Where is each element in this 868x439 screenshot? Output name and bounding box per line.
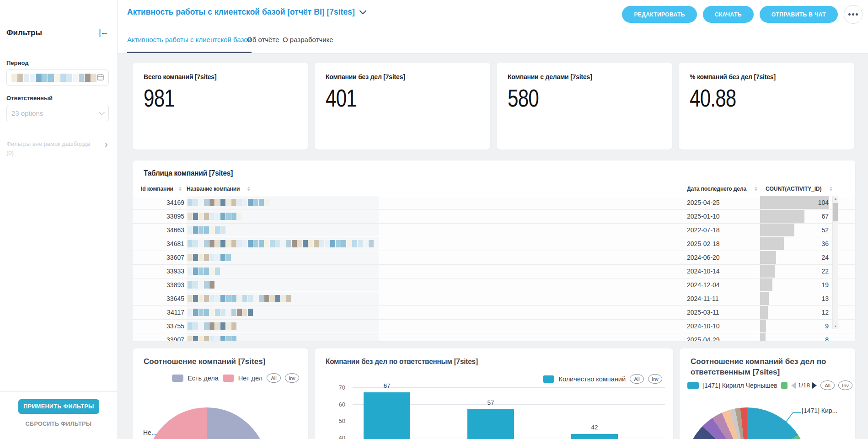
legend-swatch-no-activities[interactable] xyxy=(223,375,234,382)
count-bar xyxy=(760,292,769,305)
legend-swatch-next-owner[interactable] xyxy=(781,382,788,389)
invert-selection-button[interactable]: Inv xyxy=(285,373,299,383)
edit-button[interactable]: РЕДАКТИРОВАТЬ xyxy=(622,6,697,23)
filters-sidebar: Фильтры |← Период Ответственный 23 optio… xyxy=(0,0,118,439)
y-axis-tick-label: 60 xyxy=(327,401,345,407)
send-to-chat-button[interactable]: ОТПРАВИТЬ В ЧАТ xyxy=(760,6,838,23)
select-all-button[interactable]: All xyxy=(820,380,835,390)
column-header-last-activity-date[interactable]: Дата последнего дела xyxy=(687,185,757,192)
table-row[interactable]: 339072025-04-298 xyxy=(133,333,855,341)
collapse-sidebar-icon[interactable]: |← xyxy=(99,27,108,37)
sidebar-footer: ПРИМЕНИТЬ ФИЛЬТРЫ СБРОСИТЬ ФИЛЬТРЫ xyxy=(0,391,117,439)
donut1-callout-label: Не... xyxy=(143,429,157,436)
select-all-button[interactable]: All xyxy=(267,373,281,383)
dashboard-title-dropdown[interactable]: Активность работы с клиентской базой [от… xyxy=(127,7,365,17)
legend-swatch-owner[interactable] xyxy=(687,382,699,389)
bar[interactable] xyxy=(571,434,618,439)
table-row[interactable]: 339332024-10-1422 xyxy=(133,265,855,278)
companies-ratio-widget: Соотношение компаний [7sites] Есть дела … xyxy=(133,348,308,439)
table-row[interactable]: 338952025-01-1067 xyxy=(133,210,855,224)
redacted-company-name-cell xyxy=(187,306,379,319)
tab-activity-report[interactable]: Активность работы с клиентской базой xyxy=(127,26,252,53)
kpi-value: 580 xyxy=(508,84,539,112)
legend-label-no-activities: Нет дел xyxy=(238,375,263,382)
table-row[interactable]: 337552024-10-109 xyxy=(133,320,855,333)
donut3-title: Соотношение компаний без дел по ответств… xyxy=(691,357,841,378)
company-id-cell: 34681 xyxy=(133,237,184,250)
owner-ratio-donut[interactable] xyxy=(685,407,809,439)
outer-filters-toggle[interactable]: Фильтры вне рамок дашборда (0) › xyxy=(6,139,111,157)
activity-count-cell: 104 xyxy=(818,196,829,209)
legend-swatch-has-activities[interactable] xyxy=(172,375,183,382)
companies-table-widget: Таблица компаний [7sites] Id компании На… xyxy=(133,161,855,341)
y-axis-tick-label: 50 xyxy=(327,418,345,424)
kpi-card: % компаний без дел [7sites]40.88 xyxy=(679,63,854,150)
bar[interactable] xyxy=(364,392,410,439)
table-scrollbar[interactable]: ▲ ▼ xyxy=(832,196,838,329)
column-header-activity-count[interactable]: COUNT(ACTIVITY_ID) xyxy=(766,185,832,192)
activity-count-cell: 24 xyxy=(821,251,829,264)
column-header-name[interactable]: Название компании xyxy=(187,185,250,192)
scroll-down-icon[interactable]: ▼ xyxy=(833,325,838,328)
owner-select-placeholder: 23 options xyxy=(11,109,43,117)
table-row[interactable]: 338932024-12-0419 xyxy=(133,278,855,292)
filters-title: Фильтры xyxy=(6,28,42,37)
report-tabs: Активность работы с клиентской базой Об … xyxy=(118,26,868,54)
activity-count-cell: 13 xyxy=(821,292,829,305)
count-bar xyxy=(760,306,768,319)
table-row[interactable]: 346812025-02-1836 xyxy=(133,237,855,251)
outer-filters-label: Фильтры вне рамок дашборда xyxy=(6,139,111,149)
table-row[interactable]: 341692025-04-25104 xyxy=(133,196,855,210)
company-id-cell: 33645 xyxy=(133,292,184,305)
table-header-row: Id компании Название компании Дата после… xyxy=(133,184,855,196)
last-activity-date-cell: 2025-04-25 xyxy=(687,196,720,209)
chevron-right-icon: › xyxy=(105,139,108,149)
legend-pager: 1/18 xyxy=(791,382,817,389)
table-row[interactable]: 341172025-03-1112 xyxy=(133,306,855,320)
scroll-up-icon[interactable]: ▲ xyxy=(833,197,838,200)
activity-count-cell: 67 xyxy=(821,210,829,223)
redacted-company-name-cell xyxy=(187,265,379,278)
more-options-button[interactable] xyxy=(844,5,863,24)
count-bar xyxy=(760,237,784,250)
tab-about-report[interactable]: Об отчёте xyxy=(247,26,279,53)
table-row[interactable]: 336452024-11-1113 xyxy=(133,292,855,306)
pager-next-icon[interactable] xyxy=(812,382,817,389)
last-activity-date-cell: 2025-02-18 xyxy=(687,237,720,250)
company-id-cell: 34169 xyxy=(133,196,184,209)
last-activity-date-cell: 2024-06-20 xyxy=(687,251,720,264)
company-id-cell: 34117 xyxy=(133,306,184,319)
invert-selection-button[interactable]: Inv xyxy=(838,380,852,390)
bar[interactable] xyxy=(467,409,514,439)
count-bar xyxy=(760,251,776,264)
count-bar xyxy=(760,265,775,278)
download-button[interactable]: СКАЧАТЬ xyxy=(703,6,754,23)
companies-ratio-donut[interactable] xyxy=(146,407,268,439)
table-row[interactable]: 336072024-06-2024 xyxy=(133,251,855,265)
donut3-callout-label: [1471] Кир... xyxy=(802,407,837,414)
activity-count-cell: 36 xyxy=(821,237,829,250)
last-activity-date-cell: 2024-10-10 xyxy=(687,320,720,332)
kpi-title: Всего компаний [7sites] xyxy=(144,73,216,81)
apply-filters-button[interactable]: ПРИМЕНИТЬ ФИЛЬТРЫ xyxy=(18,399,99,414)
last-activity-date-cell: 2025-04-29 xyxy=(687,333,720,341)
table-row[interactable]: 346632022-07-1852 xyxy=(133,224,855,237)
kpi-card: Компании без дел [7sites]401 xyxy=(315,63,490,150)
pager-prev-icon[interactable] xyxy=(791,382,796,389)
legend-label-owner: [1471] Кирилл Чернышев xyxy=(702,382,777,389)
period-date-input[interactable] xyxy=(6,70,109,86)
count-bar xyxy=(760,278,772,291)
bar-value-label: 57 xyxy=(487,399,494,406)
owner-select[interactable]: 23 options xyxy=(6,105,109,121)
kpi-title: % компаний без дел [7sites] xyxy=(690,73,776,81)
scrollbar-thumb[interactable] xyxy=(833,203,838,221)
company-id-cell: 33755 xyxy=(133,320,184,332)
column-header-id[interactable]: Id компании xyxy=(141,185,182,192)
no-activity-ratio-by-owner-widget: Соотношение компаний без дел по ответств… xyxy=(680,348,855,439)
tab-about-developer[interactable]: О разработчике xyxy=(283,26,333,53)
redacted-company-name-cell xyxy=(187,292,379,305)
sort-icon xyxy=(247,187,250,191)
redacted-company-name-cell xyxy=(187,320,379,332)
table-title: Таблица компаний [7sites] xyxy=(144,169,233,178)
reset-filters-button[interactable]: СБРОСИТЬ ФИЛЬТРЫ xyxy=(0,420,117,428)
